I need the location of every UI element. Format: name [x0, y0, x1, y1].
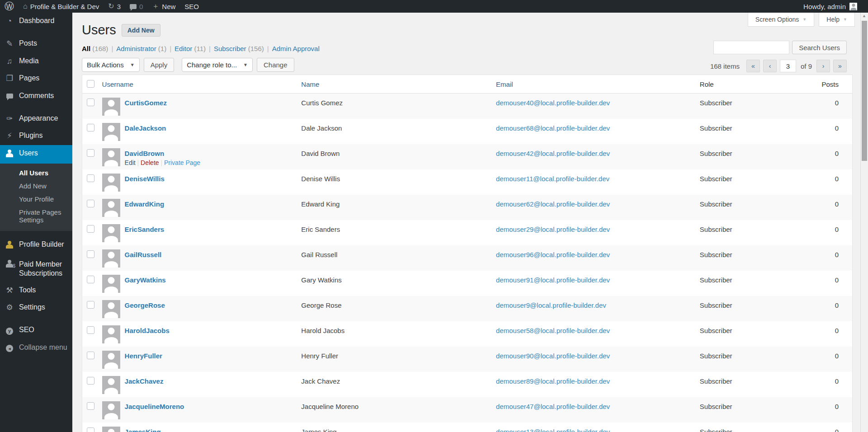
sidebar-item-paid-member-subscriptions[interactable]: $ Paid Member Subscriptions — [0, 255, 72, 282]
search-users-input[interactable] — [713, 41, 789, 54]
sidebar-item-plugins[interactable]: ⚡ Plugins — [0, 127, 72, 145]
seo-admin-bar-menu[interactable]: SEO — [180, 0, 203, 13]
vertical-scrollbar[interactable]: ▲ — [860, 13, 868, 432]
email-link[interactable]: demouser47@local.profile-builder.dev — [496, 403, 610, 410]
bulk-actions-select[interactable]: Bulk Actions ▼ — [82, 58, 140, 72]
row-checkbox[interactable] — [87, 427, 94, 432]
email-link[interactable]: demouser29@local.profile-builder.dev — [496, 225, 610, 233]
email-link[interactable]: demouser11@local.profile-builder.dev — [496, 175, 609, 183]
comments-menu[interactable]: 0 — [125, 0, 147, 13]
email-link[interactable]: demouser62@local.profile-builder.dev — [496, 200, 610, 208]
first-page-button[interactable]: « — [746, 60, 760, 72]
wordpress-logo-icon[interactable]: Ⓦ — [0, 0, 19, 13]
scrollbar-thumb[interactable] — [862, 21, 867, 161]
prev-page-button[interactable]: ‹ — [763, 60, 777, 72]
sidebar-item-posts[interactable]: ✎ Posts — [0, 35, 72, 52]
sort-email-header[interactable]: Email — [496, 80, 513, 88]
sort-name-header[interactable]: Name — [301, 80, 319, 88]
email-link[interactable]: demouser91@local.profile-builder.dev — [496, 276, 610, 284]
sidebar-item-dashboard[interactable]: ◔ Dashboard — [0, 13, 72, 30]
apply-button[interactable]: Apply — [144, 58, 175, 72]
email-link[interactable]: demouser90@local.profile-builder.dev — [496, 352, 610, 360]
page-link-action-link[interactable]: Private Page — [164, 159, 200, 166]
username-link[interactable]: HaroldJacobs — [125, 327, 170, 334]
row-checkbox[interactable] — [87, 276, 94, 283]
sidebar-item-seo[interactable]: y SEO — [0, 322, 72, 339]
username-link[interactable]: EricSanders — [125, 225, 165, 233]
row-checkbox[interactable] — [87, 377, 94, 385]
sidebar-item-tools[interactable]: ⚒ Tools — [0, 282, 72, 299]
username-link[interactable]: GaryWatkins — [125, 276, 166, 284]
filter-editor[interactable]: Editor (11) — [175, 45, 206, 52]
sidebar-item-profile-builder[interactable]: Profile Builder — [0, 236, 72, 255]
row-checkbox[interactable] — [87, 99, 94, 106]
row-checkbox[interactable] — [87, 301, 94, 309]
filter-all[interactable]: All (168) — [82, 45, 108, 52]
new-label: New — [162, 3, 175, 10]
sidebar-item-appearance[interactable]: ✑ Appearance — [0, 110, 72, 127]
username-link[interactable]: GeorgeRose — [125, 301, 165, 309]
row-actions — [125, 184, 165, 192]
row-checkbox[interactable] — [87, 352, 94, 359]
change-button[interactable]: Change — [257, 58, 294, 72]
username-link[interactable]: DavidBrown — [125, 150, 165, 157]
row-checkbox[interactable] — [87, 149, 94, 157]
email-link[interactable]: demouser40@local.profile-builder.dev — [496, 99, 610, 107]
table-row: GaryWatkins Gary Watkins demouser91@loca… — [82, 271, 853, 296]
email-link[interactable]: demouser58@local.profile-builder.dev — [496, 327, 610, 334]
next-page-button[interactable]: › — [816, 60, 830, 72]
change-role-select[interactable]: Change role to... ▼ — [182, 58, 253, 72]
submenu-your-profile[interactable]: Your Profile — [0, 193, 72, 206]
username-link[interactable]: CurtisGomez — [125, 99, 167, 107]
search-users-button[interactable]: Search Users — [792, 41, 847, 54]
sidebar-item-settings[interactable]: ⚙ Settings — [0, 299, 72, 316]
username-link[interactable]: DeniseWillis — [125, 175, 165, 183]
last-page-button[interactable]: » — [833, 60, 847, 72]
edit-action-link[interactable]: Edit — [125, 159, 136, 166]
select-all-checkbox[interactable] — [87, 80, 94, 88]
filter-subscriber[interactable]: Subscriber (156) — [214, 45, 264, 52]
row-checkbox[interactable] — [87, 200, 94, 207]
email-link[interactable]: demouser89@local.profile-builder.dev — [496, 377, 610, 385]
row-checkbox[interactable] — [87, 174, 94, 182]
row-checkbox[interactable] — [87, 225, 94, 233]
help-button[interactable]: Help ▼ — [819, 13, 855, 27]
username-link[interactable]: DaleJackson — [125, 124, 166, 132]
filter-admin-approval[interactable]: Admin Approval — [272, 45, 320, 52]
username-link[interactable]: JamesKing — [125, 428, 161, 432]
email-link[interactable]: demouser68@local.profile-builder.dev — [496, 124, 610, 132]
sidebar-item-pages[interactable]: ❐ Pages — [0, 70, 72, 87]
screen-options-button[interactable]: Screen Options ▼ — [748, 13, 814, 27]
username-link[interactable]: GailRussell — [125, 251, 162, 258]
sort-username-header[interactable]: Username — [102, 80, 133, 88]
current-page-input[interactable] — [780, 60, 796, 72]
account-menu[interactable]: Howdy, admin — [803, 3, 868, 10]
sidebar-item-media[interactable]: ♫ Media — [0, 53, 72, 70]
username-link[interactable]: JackChavez — [125, 377, 164, 385]
yoast-seo-icon: y — [5, 326, 14, 335]
sidebar-item-comments[interactable]: Comments — [0, 88, 72, 105]
add-new-button[interactable]: Add New — [122, 24, 160, 37]
row-checkbox[interactable] — [87, 326, 94, 334]
email-link[interactable]: demouser9@local.profile-builder.dev — [496, 301, 606, 309]
delete-action-link[interactable]: Delete — [141, 159, 159, 166]
row-checkbox[interactable] — [87, 124, 94, 131]
username-link[interactable]: EdwardKing — [125, 200, 165, 208]
email-link[interactable]: demouser42@local.profile-builder.dev — [496, 150, 610, 157]
username-link[interactable]: JacquelineMoreno — [125, 403, 184, 410]
submenu-all-users[interactable]: All Users — [0, 166, 72, 179]
site-menu[interactable]: ⌂ Profile & Builder & Dev — [19, 0, 104, 13]
row-checkbox[interactable] — [87, 250, 94, 258]
filter-administrator[interactable]: Administrator (1) — [116, 45, 166, 52]
submenu-private-pages-settings[interactable]: Private Pages Settings — [0, 206, 72, 226]
email-link[interactable]: demouser96@local.profile-builder.dev — [496, 251, 610, 258]
new-content-menu[interactable]: ＋ New — [147, 0, 180, 13]
sidebar-item-users[interactable]: Users — [0, 145, 72, 164]
email-link[interactable]: demouser13@local.profile-builder.dev — [496, 428, 610, 432]
username-link[interactable]: HenryFuller — [125, 352, 162, 360]
collapse-menu-button[interactable]: ◂ Collapse menu — [0, 339, 72, 357]
row-checkbox[interactable] — [87, 402, 94, 410]
submenu-add-new[interactable]: Add New — [0, 179, 72, 193]
updates-menu[interactable]: ↻ 3 — [104, 0, 125, 13]
role-cell: Subscriber — [696, 245, 809, 271]
